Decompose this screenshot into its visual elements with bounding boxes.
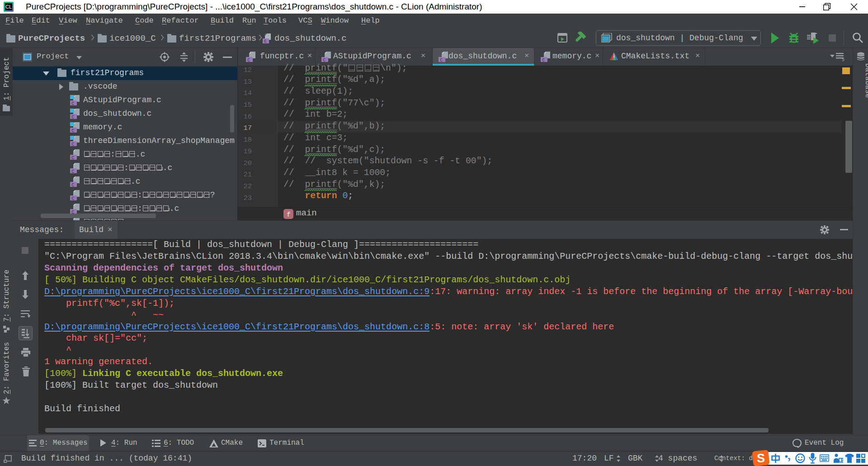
svg-text:f: f bbox=[287, 211, 291, 219]
svg-text:C: C bbox=[264, 39, 267, 44]
svg-text:S: S bbox=[757, 452, 765, 465]
svg-text:CL: CL bbox=[5, 4, 12, 10]
svg-text:5: 5 bbox=[842, 57, 844, 62]
